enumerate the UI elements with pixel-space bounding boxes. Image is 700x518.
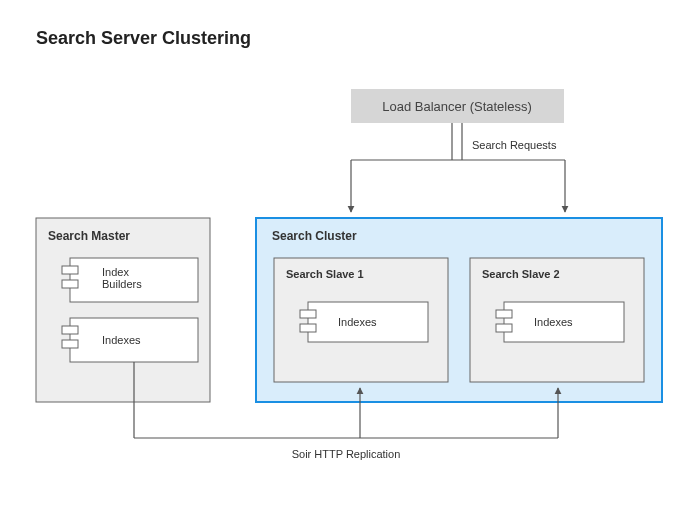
search-slave-1-title: Search Slave 1: [286, 268, 364, 280]
slave-2-indexes-label: Indexes: [534, 316, 573, 328]
load-balancer-label: Load Balancer (Stateless): [382, 99, 532, 114]
index-builders-component: IndexBuilders: [62, 258, 198, 302]
slave-1-indexes-label: Indexes: [338, 316, 377, 328]
svg-rect-19: [300, 324, 316, 332]
replication-label: Soir HTTP Replication: [292, 448, 401, 460]
slave-1-indexes-component: Indexes: [300, 302, 428, 342]
load-balancer-node: Load Balancer (Stateless): [351, 89, 564, 123]
svg-rect-8: [36, 218, 210, 402]
svg-rect-13: [62, 326, 78, 334]
svg-rect-23: [496, 324, 512, 332]
search-master-node: Search Master IndexBuilders Indexes: [36, 218, 210, 402]
search-slave-2-node: Search Slave 2 Indexes: [470, 258, 644, 382]
search-cluster-node: Search Cluster Search Slave 1 Indexes Se…: [256, 218, 662, 402]
master-indexes-component: Indexes: [62, 318, 198, 362]
search-slave-1-node: Search Slave 1 Indexes: [274, 258, 448, 382]
svg-rect-14: [62, 340, 78, 348]
svg-rect-10: [62, 266, 78, 274]
search-requests-label: Search Requests: [472, 139, 557, 151]
master-indexes-label: Indexes: [102, 334, 141, 346]
svg-rect-18: [300, 310, 316, 318]
search-master-title: Search Master: [48, 229, 130, 243]
slave-2-indexes-component: Indexes: [496, 302, 624, 342]
page-title: Search Server Clustering: [36, 28, 251, 48]
svg-rect-22: [496, 310, 512, 318]
search-slave-2-title: Search Slave 2: [482, 268, 560, 280]
svg-rect-11: [62, 280, 78, 288]
search-cluster-title: Search Cluster: [272, 229, 357, 243]
